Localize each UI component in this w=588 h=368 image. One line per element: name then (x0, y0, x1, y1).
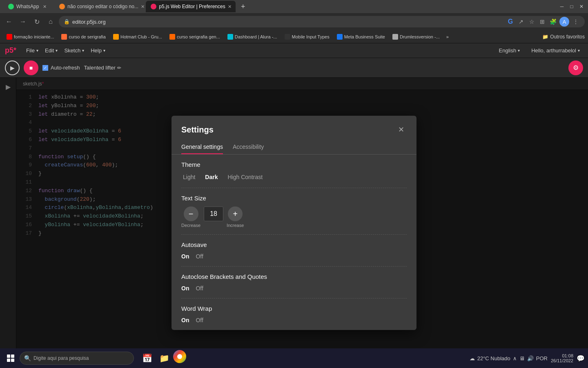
theme-light-option[interactable]: Light (181, 173, 197, 181)
autosave-on-option[interactable]: On (181, 253, 189, 260)
play-button[interactable]: ▶ (5, 61, 20, 75)
main-area: ▶ sketch.js* 1 let xBolinha = 300; 2 let… (0, 78, 588, 368)
menu-file[interactable]: File ▾ (23, 46, 42, 55)
tab-p5editor[interactable]: p5.js Web Editor | Preferences ✕ (146, 1, 236, 12)
minimize-button[interactable]: ─ (559, 3, 565, 10)
settings-button[interactable]: ⚙ (568, 61, 583, 75)
bookmark-metabusiness[interactable]: Meta Business Suite (334, 33, 388, 40)
theme-dark-option[interactable]: Dark (203, 173, 219, 181)
bookmark-hotmart[interactable]: Hotmart Club - Gru... (110, 33, 165, 40)
forward-button[interactable]: → (17, 16, 29, 27)
address-bar-icons: G ↗ ☆ ⊞ 🧩 A ⋮ (506, 17, 580, 27)
theme-options: Light Dark High Contrast (181, 173, 407, 181)
modal-title: Settings (181, 125, 214, 135)
autosave-section: Autosave On Off (181, 235, 407, 267)
wordwrap-on-option[interactable]: On (181, 317, 189, 323)
file-chevron-icon: ▾ (36, 48, 38, 53)
new-tab-button[interactable]: + (237, 1, 249, 12)
auto-refresh-checkbox[interactable]: ✓ (42, 65, 48, 71)
bookmark-mobileinput-icon (285, 34, 290, 40)
bookmark-mobileinput[interactable]: Mobile Input Types (281, 33, 333, 40)
tab-general-settings[interactable]: General settings (181, 140, 223, 154)
bookmark-folder[interactable]: 📁 Outros favoritos (542, 34, 585, 40)
help-chevron-icon: ▾ (103, 48, 105, 53)
windows-icon (7, 355, 14, 362)
sketch-chevron-icon: ▾ (82, 48, 84, 53)
edit-sketch-icon[interactable]: ✏ (117, 65, 121, 71)
menu-help[interactable]: Help ▾ (87, 46, 109, 55)
bookmark-drumless[interactable]: Drumlessversion -... (389, 33, 443, 40)
autosave-off-option[interactable]: Off (196, 253, 203, 260)
bookmark-alura[interactable]: Dashboard | Alura -... (224, 33, 281, 40)
app-container: p5* File ▾ Edit ▾ Sketch ▾ Help ▾ Englis… (0, 43, 588, 368)
bookmark-serigrafia[interactable]: curso de serigrafia (58, 33, 109, 40)
weather-icon: ☁ (470, 355, 475, 361)
sketch-name-display: Talented lifter ✏ (84, 65, 121, 71)
bookmark-serigrafia-icon (61, 34, 67, 40)
wordwrap-section: Word Wrap On Off (181, 298, 407, 330)
bookmark-hotmart-icon (113, 34, 119, 40)
maximize-button[interactable]: □ (568, 3, 575, 10)
browser-nav-bar: ← → ↻ ⌂ 🔒 editor.p5js.org G ↗ ☆ ⊞ 🧩 A ⋮ (0, 13, 588, 30)
address-bar[interactable]: 🔒 editor.p5js.org G ↗ ☆ ⊞ 🧩 A ⋮ (59, 16, 585, 27)
taskbar-search[interactable]: 🔍 Digite aqui para pesquisa (20, 352, 134, 365)
wordwrap-off-option[interactable]: Off (196, 317, 203, 323)
tab-stackoverflow[interactable]: não consigo editar o código no... ✕ (54, 1, 144, 12)
tab-accessibility[interactable]: Accessibility (233, 140, 264, 154)
lock-icon: 🔒 (64, 19, 70, 25)
autosave-options: On Off (181, 253, 407, 260)
close-window-button[interactable]: ✕ (578, 3, 585, 10)
app-toolbar: ▶ ■ ✓ Auto-refresh Talented lifter ✏ ⚙ (0, 58, 588, 78)
puzzle-icon[interactable]: 🧩 (549, 18, 557, 26)
back-button[interactable]: ← (3, 16, 15, 27)
stackoverflow-favicon (59, 4, 65, 9)
more-options-icon[interactable]: ⋮ (572, 18, 580, 26)
decrease-font-button[interactable]: − (184, 206, 198, 221)
profile-icon[interactable]: A (559, 17, 569, 27)
autoclose-off-option[interactable]: Off (196, 285, 203, 292)
tab-whatsapp[interactable]: WhatsApp ✕ (3, 1, 53, 12)
autoclose-section: Autoclose Brackets and Quotes On Off (181, 267, 407, 298)
date-display: 26/11/2022 (551, 358, 573, 363)
share-icon[interactable]: ↗ (517, 18, 525, 26)
user-menu[interactable]: Hello, arthurrabelol ▾ (528, 46, 583, 55)
user-chevron-icon: ▾ (578, 48, 580, 53)
wordwrap-section-title: Word Wrap (181, 305, 407, 312)
bookmark-star-icon[interactable]: ☆ (528, 18, 536, 26)
home-button[interactable]: ⌂ (45, 16, 56, 27)
bookmark-folder-icon: 📁 (542, 34, 548, 40)
bookmark-hotmart-label: Hotmart Club - Gru... (120, 34, 162, 39)
volume-icon: 🔊 (527, 355, 534, 361)
increase-font-button[interactable]: + (228, 206, 243, 221)
stop-button[interactable]: ■ (24, 61, 38, 75)
taskbar-calendar-icon[interactable]: 📅 (139, 350, 155, 366)
tab-stackoverflow-close[interactable]: ✕ (141, 3, 145, 10)
app-menubar: p5* File ▾ Edit ▾ Sketch ▾ Help ▾ Englis… (0, 43, 588, 58)
taskbar-right: ☁ 22°C Nublado ∧ 🖥 🔊 POR 01:08 26/11/202… (470, 353, 585, 363)
bookmarks-bar: formação iniciante... curso de serigrafi… (0, 30, 588, 43)
language-selector[interactable]: English ▾ (496, 46, 523, 55)
tab-p5editor-close[interactable]: ✕ (228, 3, 232, 10)
bookmarks-more-button[interactable]: » (444, 34, 451, 40)
google-icon[interactable]: G (506, 18, 514, 26)
refresh-button[interactable]: ↻ (31, 16, 42, 27)
theme-highcontrast-option[interactable]: High Contrast (226, 173, 265, 181)
auto-refresh-toggle[interactable]: ✓ Auto-refresh (42, 65, 80, 71)
modal-close-button[interactable]: ✕ (395, 124, 407, 135)
p5editor-favicon (151, 4, 156, 9)
taskbar-explorer-icon[interactable]: 📁 (156, 350, 172, 366)
search-icon: 🔍 (24, 355, 31, 361)
bookmark-formacao[interactable]: formação iniciante... (3, 33, 57, 40)
language-indicator: POR (536, 355, 548, 361)
tab-whatsapp-close[interactable]: ✕ (41, 3, 48, 10)
start-button[interactable] (3, 351, 18, 366)
menu-edit[interactable]: Edit ▾ (42, 46, 61, 55)
notification-icon[interactable]: 💬 (577, 355, 585, 362)
tray-up-arrow[interactable]: ∧ (513, 355, 517, 361)
autoclose-on-option[interactable]: On (181, 285, 189, 292)
menu-sketch[interactable]: Sketch ▾ (61, 46, 87, 55)
bookmark-cursoserigrafia[interactable]: curso serigrafia gen... (166, 33, 223, 40)
taskbar-chrome-icon[interactable] (173, 350, 186, 363)
extensions-icon[interactable]: ⊞ (538, 18, 546, 26)
taskbar-apps: 📅 📁 (139, 350, 186, 366)
